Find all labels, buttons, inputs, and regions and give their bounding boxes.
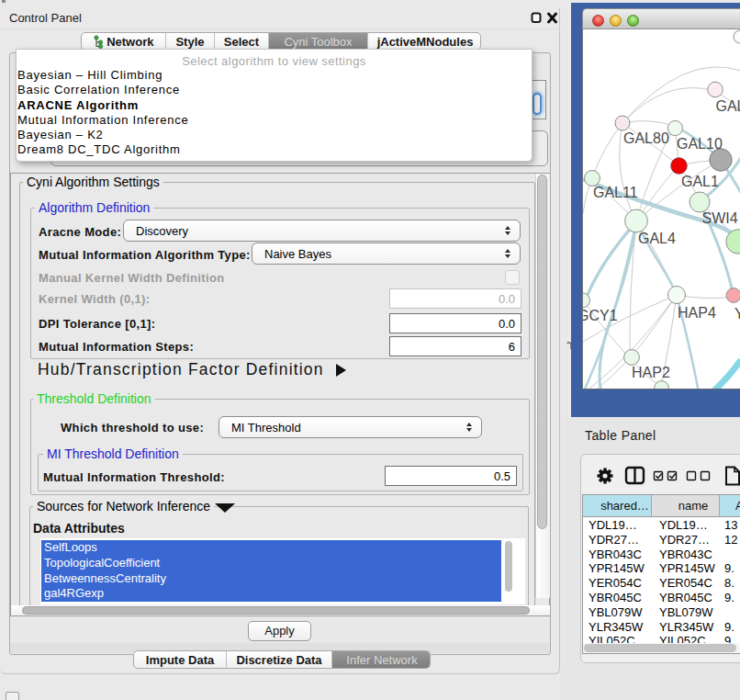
svg-text:GCY1: GCY1 [583, 308, 618, 323]
svg-text:GAL1: GAL1 [681, 174, 719, 189]
svg-text:SWI4: SWI4 [702, 210, 738, 226]
svg-text:GAL7: GAL7 [716, 98, 740, 114]
svg-text:HAP4: HAP4 [678, 305, 716, 321]
svg-text:GAL10: GAL10 [677, 136, 723, 152]
svg-text:Y: Y [734, 306, 740, 322]
svg-text:GAL80: GAL80 [623, 130, 669, 146]
svg-text:GAL4: GAL4 [638, 231, 676, 246]
svg-text:HAP2: HAP2 [632, 365, 670, 380]
svg-text:GAL11: GAL11 [593, 185, 638, 200]
